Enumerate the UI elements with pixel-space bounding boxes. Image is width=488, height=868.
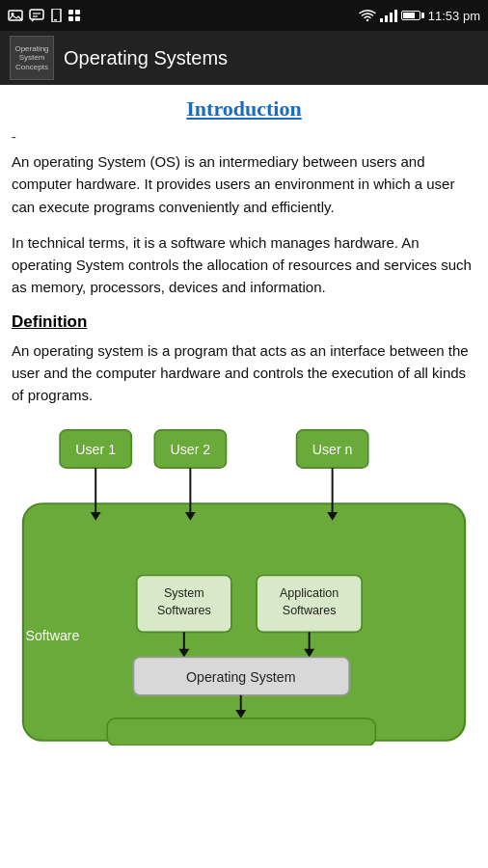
grid-icon [68, 9, 81, 22]
status-bar: 11:53 pm [0, 0, 488, 31]
signal-icon [380, 9, 397, 22]
svg-rect-7 [68, 10, 73, 14]
svg-text:Softwares: Softwares [157, 604, 211, 617]
intro-paragraph-1: An operating System (OS) is an intermedi… [12, 150, 476, 218]
svg-text:Operating System: Operating System [186, 669, 295, 685]
app-icon-line3: Concepts [15, 63, 48, 72]
svg-rect-39 [107, 719, 375, 746]
app-icon-line1: Operating [14, 44, 48, 54]
svg-text:User 1: User 1 [75, 442, 116, 457]
svg-rect-6 [54, 19, 57, 21]
page-title: Introduction [12, 96, 476, 122]
intro-paragraph-2: In technical terms, it is a software whi… [12, 231, 476, 299]
svg-rect-9 [68, 16, 73, 21]
svg-text:User n: User n [312, 442, 353, 457]
svg-rect-11 [23, 504, 465, 741]
app-title: Operating Systems [64, 47, 228, 69]
svg-text:Software: Software [25, 628, 79, 643]
app-icon: Operating System Concepts [10, 36, 54, 80]
definition-heading: Definition [12, 312, 476, 332]
svg-rect-8 [75, 10, 80, 14]
status-icons-left [8, 9, 81, 22]
svg-rect-2 [30, 10, 43, 19]
svg-text:User 2: User 2 [170, 442, 210, 457]
dash-separator: - [12, 129, 476, 145]
photo-icon [8, 9, 23, 22]
svg-rect-10 [75, 16, 80, 21]
chat-icon [29, 9, 44, 22]
svg-text:System: System [164, 587, 204, 601]
definition-paragraph: An operating system is a program that ac… [12, 339, 476, 407]
status-icons-right: 11:53 pm [359, 9, 480, 23]
app-icon-line2: System [19, 53, 45, 63]
phone-icon [50, 9, 62, 22]
svg-text:Application: Application [280, 587, 339, 601]
os-diagram-svg: User 1 User 2 User n Software System Sof… [13, 420, 475, 746]
svg-text:Softwares: Softwares [283, 604, 337, 617]
main-content: Introduction - An operating System (OS) … [0, 85, 488, 765]
wifi-icon [359, 9, 376, 22]
battery-icon [401, 11, 424, 20]
status-time: 11:53 pm [428, 9, 480, 23]
app-bar: Operating System Concepts Operating Syst… [0, 31, 488, 85]
os-diagram: User 1 User 2 User n Software System Sof… [12, 420, 476, 746]
